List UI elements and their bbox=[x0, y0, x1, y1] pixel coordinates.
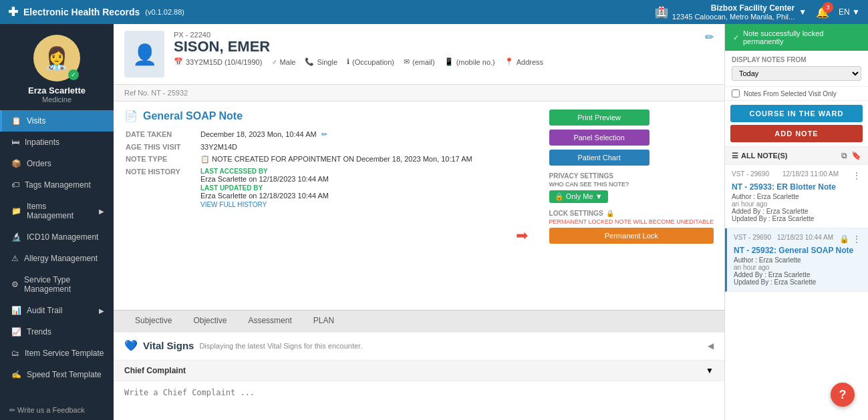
lock-section: LOCK SETTINGS 🔒 PERMANENT LOCKED NOTE WI… bbox=[549, 210, 714, 244]
date-taken-value: December 18, 2023 Mon, 10:44 AM ✏ bbox=[200, 129, 537, 140]
write-feedback-link[interactable]: ✏ Write us a Feedback bbox=[0, 401, 114, 420]
sidebar-item-label-service-type: Service Type Management bbox=[24, 275, 104, 294]
sidebar-user-role: Medicine bbox=[42, 95, 71, 103]
allergy-icon: ⚠ bbox=[11, 254, 19, 263]
items-icon: 📁 bbox=[11, 206, 21, 216]
note-card-header-1: VST - 29690 12/18/23 11:00 AM ⋮ bbox=[732, 170, 861, 181]
icd10-icon: 🔬 bbox=[11, 232, 21, 242]
panel-selection-btn[interactable]: Panel Selection bbox=[549, 130, 649, 146]
last-accessed-label: LAST ACCESSED BY bbox=[200, 168, 532, 175]
note-menu-btn-1[interactable]: ⋮ bbox=[852, 170, 861, 181]
patient-address: 📍 Address bbox=[504, 57, 543, 66]
notes-list: VST - 29690 12/18/23 11:00 AM ⋮ NT - 259… bbox=[725, 165, 868, 420]
selected-visit-row: Notes From Selected Visit Only bbox=[725, 87, 868, 101]
lock-warning: PERMANENT LOCKED NOTE WILL BECOME UNEDIT… bbox=[549, 218, 714, 225]
help-fab-btn[interactable]: ? bbox=[831, 383, 855, 407]
tab-assessment[interactable]: Assessment bbox=[237, 310, 302, 332]
course-in-ward-btn[interactable]: COURSE IN THE WARD bbox=[730, 105, 863, 122]
chief-complaint-header[interactable]: Chief Complaint ▼ bbox=[114, 361, 724, 381]
arrow-indicator-icon: ➡ bbox=[516, 227, 528, 244]
note-updated-1: Updated By : Erza Scarlette bbox=[732, 215, 861, 222]
tab-subjective[interactable]: Subjective bbox=[124, 310, 182, 332]
permanent-lock-btn[interactable]: Permanent Lock bbox=[549, 228, 714, 244]
print-preview-btn[interactable]: Print Preview bbox=[549, 110, 649, 126]
sidebar-item-allergy[interactable]: ⚠ Allergy Management bbox=[0, 248, 114, 269]
copy-icon[interactable]: ⧉ bbox=[841, 151, 847, 160]
note-tabs: Subjective Objective Assessment PLAN bbox=[114, 310, 724, 332]
bookmark-icon[interactable]: 🔖 bbox=[851, 151, 861, 160]
plus-icon: ✚ bbox=[8, 5, 18, 19]
chief-complaint-input[interactable] bbox=[114, 381, 724, 418]
privacy-label: PRIVACY SETTINGS bbox=[549, 172, 714, 180]
selected-visit-checkbox[interactable] bbox=[732, 89, 740, 97]
note-left-panel: 📄 General SOAP Note DATE TAKEN December … bbox=[114, 101, 549, 310]
chief-complaint-title: Chief Complaint bbox=[124, 366, 186, 375]
selected-visit-label: Notes From Selected Visit Only bbox=[744, 90, 837, 97]
orders-icon: 📦 bbox=[11, 159, 21, 168]
view-history-link[interactable]: VIEW FULL HISTORY bbox=[200, 201, 532, 208]
right-panel: ✓ Note successfully locked permanently D… bbox=[724, 24, 868, 420]
last-updated-value: Erza Scarlette on 12/18/2023 10:44 AM bbox=[200, 192, 532, 200]
sidebar-item-speed-text[interactable]: ✍ Speed Text Template bbox=[0, 364, 114, 385]
note-title-1[interactable]: NT - 25933: ER Blotter Note bbox=[732, 182, 861, 192]
header-right: 🏥 Bizbox Facility Center 12345 Caloocan,… bbox=[655, 3, 860, 21]
vital-collapse-btn[interactable]: ◀ bbox=[708, 341, 714, 351]
note-date-1: 12/18/23 11:00 AM bbox=[782, 170, 839, 178]
main-layout: 👩‍⚕️ ✓ Erza Scarlette Medicine 📋 Visits … bbox=[0, 24, 868, 420]
top-header: ✚ Electronic Health Records (v0.1.02.88)… bbox=[0, 0, 868, 24]
language-btn[interactable]: EN ▼ bbox=[839, 7, 860, 17]
sidebar-item-tags[interactable]: 🏷 Tags Management bbox=[0, 174, 114, 196]
patient-chart-btn[interactable]: Patient Chart bbox=[549, 150, 649, 166]
sidebar-item-icd10[interactable]: 🔬 ICD10 Management bbox=[0, 226, 114, 248]
right-action-buttons: COURSE IN THE WARD ADD NOTE bbox=[725, 101, 868, 147]
sidebar-item-item-service[interactable]: 🗂 Item Service Template bbox=[0, 343, 114, 364]
patient-mobile: 📱 (mobile no.) bbox=[444, 57, 495, 66]
app-title: Electronic Health Records bbox=[23, 7, 140, 17]
note-card-header-2: VST - 29690 12/18/23 10:44 AM 🔒 ⋮ bbox=[734, 234, 861, 244]
sidebar-item-label-items: Items Management bbox=[27, 202, 94, 220]
visits-icon: 📋 bbox=[11, 116, 21, 126]
sidebar-item-label-trends: Trends bbox=[27, 327, 51, 337]
facility-dropdown-icon[interactable]: ▼ bbox=[799, 7, 807, 17]
tab-plan[interactable]: PLAN bbox=[303, 310, 345, 332]
add-note-btn[interactable]: ADD NOTE bbox=[730, 125, 863, 142]
note-type-label: NOTE TYPE bbox=[126, 154, 199, 165]
patient-dob: 📅 33Y2M15D (10/4/1990) bbox=[174, 57, 262, 66]
sidebar-item-inpatients[interactable]: 🛏 Inpatients bbox=[0, 132, 114, 153]
edit-patient-btn[interactable]: ✏ bbox=[705, 31, 714, 43]
note-menu-btn-2[interactable]: ⋮ bbox=[852, 234, 861, 244]
last-accessed-value: Erza Scarlette on 12/18/2023 10:44 AM bbox=[200, 175, 532, 183]
toast-message: Note successfully locked permanently bbox=[743, 29, 860, 45]
vital-signs-subtitle: Displaying the latest Vital Signs for th… bbox=[199, 342, 362, 350]
note-title-row: 📄 General SOAP Note bbox=[124, 110, 539, 122]
sidebar-user-name: Erza Scarlette bbox=[28, 85, 86, 95]
sidebar-item-label-allergy: Allergy Management bbox=[24, 254, 98, 263]
tab-objective[interactable]: Objective bbox=[182, 310, 237, 332]
display-notes-select[interactable]: Today bbox=[732, 66, 861, 81]
sidebar-item-visits[interactable]: 📋 Visits bbox=[0, 110, 114, 132]
sidebar-item-service-type[interactable]: ⚙ Service Type Management bbox=[0, 269, 114, 300]
audit-arrow-icon: ▶ bbox=[99, 307, 104, 314]
avatar-check-icon: ✓ bbox=[68, 69, 79, 80]
note-added-1: Added By : Erza Scarlette bbox=[732, 208, 861, 215]
sidebar-item-trends[interactable]: 📈 Trends bbox=[0, 321, 114, 343]
success-toast: ✓ Note successfully locked permanently bbox=[725, 24, 868, 51]
sidebar-item-audit[interactable]: 📊 Audit Trail ▶ bbox=[0, 300, 114, 321]
date-edit-icon[interactable]: ✏ bbox=[321, 130, 327, 138]
vital-signs-header: 💙 Vital Signs Displaying the latest Vita… bbox=[124, 339, 714, 352]
app-version: (v0.1.02.88) bbox=[145, 8, 184, 16]
privacy-dropdown-btn[interactable]: 🔒 Only Me ▼ bbox=[549, 190, 608, 203]
note-visit-id-2: VST - 29690 bbox=[734, 234, 771, 241]
lock-btn-container: Permanent Lock ➡ bbox=[549, 228, 714, 244]
sidebar-item-items[interactable]: 📁 Items Management ▶ bbox=[0, 196, 114, 226]
notification-btn[interactable]: 🔔 3 bbox=[815, 5, 831, 20]
note-title-2[interactable]: NT - 25932: General SOAP Note bbox=[734, 246, 861, 255]
all-notes-header: ☰ ALL NOTE(S) ⧉ 🔖 bbox=[725, 147, 868, 165]
date-taken-label: DATE TAKEN bbox=[126, 129, 199, 140]
all-notes-label: ☰ ALL NOTE(S) bbox=[732, 152, 787, 160]
privacy-question: WHO CAN SEE THIS NOTE? bbox=[549, 181, 714, 188]
app-title-group: ✚ Electronic Health Records (v0.1.02.88) bbox=[8, 5, 184, 19]
sidebar-item-label-audit: Audit Trail bbox=[27, 306, 62, 315]
check-icon: ✓ bbox=[733, 33, 739, 42]
sidebar-item-orders[interactable]: 📦 Orders bbox=[0, 153, 114, 174]
